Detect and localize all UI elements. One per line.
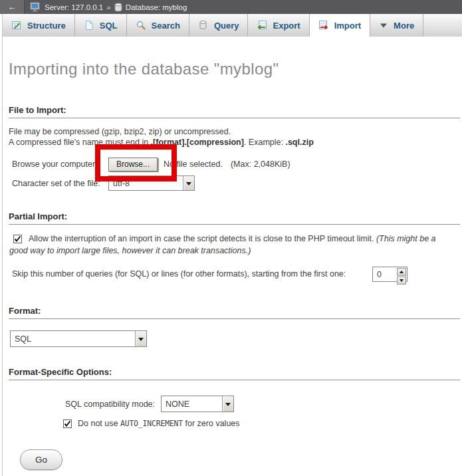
skip-queries-value: 0 (373, 267, 396, 281)
tab-search[interactable]: Search (127, 14, 189, 37)
allow-interruption-row: Allow the interruption of an import in c… (9, 233, 454, 257)
server-icon (30, 2, 41, 12)
export-icon (257, 20, 267, 31)
go-button[interactable]: Go (20, 449, 62, 470)
auto-increment-code: AUTO_INCREMENT (120, 419, 183, 428)
dropdown-arrow-icon[interactable] (183, 176, 194, 190)
max-size-text: (Max: 2,048KiB) (231, 160, 290, 169)
spinner-down-button[interactable] (397, 277, 406, 285)
format-select[interactable]: SQL (10, 330, 147, 347)
tab-sql[interactable]: SQL (75, 14, 127, 37)
tab-label: Export (273, 21, 300, 31)
section-heading-partial-import: Partial Import: (9, 211, 460, 225)
sql-compatibility-label: SQL compatibility mode: (65, 400, 155, 409)
format-row: SQL (10, 330, 462, 347)
charset-row: Character set of the file: utf-8 (12, 176, 462, 191)
auto-increment-row: Do not use AUTO_INCREMENT for zero value… (63, 419, 462, 428)
dropdown-arrow-icon[interactable] (222, 396, 233, 412)
sql-page-icon (84, 20, 94, 31)
back-button[interactable]: ← (0, 0, 25, 14)
allow-interruption-checkbox[interactable] (13, 235, 22, 243)
skip-queries-number-input[interactable]: 0 (372, 267, 407, 282)
search-icon (136, 20, 146, 31)
tab-label: More (394, 21, 414, 31)
database-label[interactable]: Database: myblog (126, 3, 187, 11)
format-selected-value: SQL (11, 331, 135, 346)
checkmark-icon (14, 235, 21, 243)
tab-label: Query (214, 21, 239, 31)
browse-label: Browse your computer: (12, 160, 108, 169)
database-icon (114, 3, 122, 12)
skip-queries-row: Skip this number of queries (for SQL) or… (12, 267, 462, 282)
content-pane: Structure SQL Search (2, 14, 462, 476)
auto-increment-checkbox[interactable] (63, 419, 72, 428)
breadcrumb-separator: » (106, 3, 110, 11)
tab-more[interactable]: More (370, 14, 423, 37)
tab-label: Structure (27, 21, 66, 31)
tab-label: Import (334, 21, 361, 31)
charset-select[interactable]: utf-8 (108, 176, 195, 191)
tab-import[interactable]: Import (310, 14, 370, 37)
server-label[interactable]: Server: 127.0.0.1 (45, 3, 103, 11)
section-heading-format-specific: Format-Specific Options: (9, 367, 460, 380)
import-icon (318, 20, 329, 31)
checkmark-icon (64, 420, 71, 427)
chevron-down-icon (379, 21, 388, 30)
skip-queries-label: Skip this number of queries (for SQL) or… (12, 267, 346, 279)
spinner-up-button[interactable] (397, 268, 406, 276)
query-database-icon (198, 20, 209, 31)
sql-compatibility-value: NONE (162, 396, 222, 412)
compression-help-text: File may be compressed (gzip, bzip2, zip… (9, 126, 456, 148)
allow-interruption-text: Allow the interruption of an import in c… (29, 234, 376, 243)
sql-compatibility-row: SQL compatibility mode: NONE (65, 396, 462, 412)
tab-query[interactable]: Query (189, 14, 249, 37)
auto-increment-text: Do not use AUTO_INCREMENT for zero value… (78, 419, 240, 428)
dropdown-arrow-icon[interactable] (135, 331, 146, 346)
tab-bar: Structure SQL Search (3, 14, 462, 39)
no-file-selected-text: No file selected. (164, 160, 223, 169)
sql-compatibility-select[interactable]: NONE (161, 396, 234, 412)
tab-export[interactable]: Export (248, 14, 309, 37)
tab-label: SQL (100, 21, 118, 31)
browse-row: Browse your computer: Browse... No file … (12, 157, 462, 172)
tab-label: Search (152, 21, 180, 31)
back-arrow-icon: ← (8, 2, 17, 12)
section-heading-format: Format: (9, 306, 460, 319)
charset-label: Character set of the file: (12, 179, 108, 188)
charset-selected-value: utf-8 (109, 176, 183, 190)
breadcrumb-bar: ← Server: 127.0.0.1 » Database: myblog (0, 0, 462, 14)
section-heading-file-to-import: File to Import: (9, 105, 460, 118)
page-title: Importing into the database "myblog" (9, 60, 462, 78)
browse-button[interactable]: Browse... (108, 158, 158, 172)
structure-icon (11, 20, 22, 31)
tab-structure[interactable]: Structure (3, 14, 75, 37)
